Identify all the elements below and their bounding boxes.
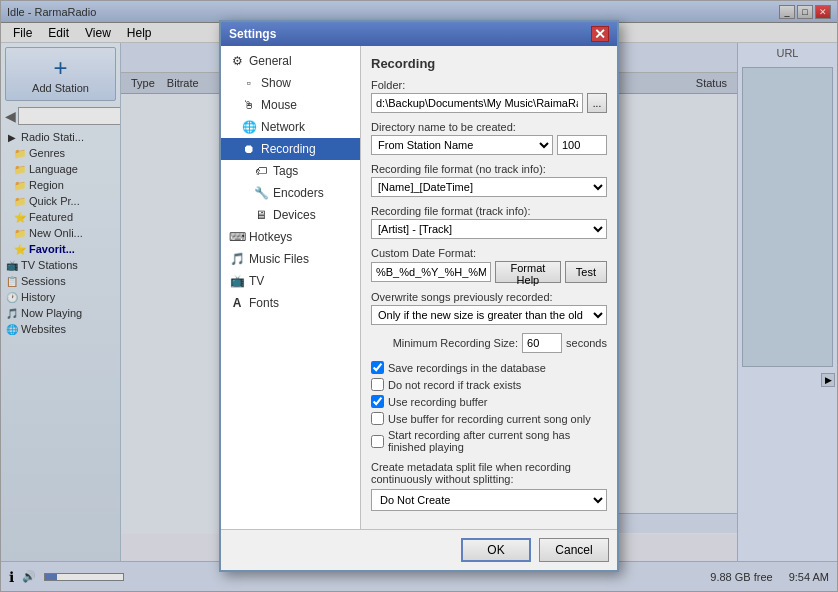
minsize-unit: seconds — [566, 337, 607, 349]
music-files-icon: 🎵 — [229, 251, 245, 267]
customdate-group: Custom Date Format: Format Help Test — [371, 247, 607, 283]
dirname-row: From Station Name From Artist Custom — [371, 135, 607, 155]
checkbox-buffer-current[interactable] — [371, 412, 384, 425]
dialog-title-text: Settings — [229, 27, 276, 41]
modal-overlay: Settings ✕ ⚙ General ▫ Show 🖱 — [1, 1, 837, 591]
recformat-notrack-group: Recording file format (no track info): [… — [371, 163, 607, 197]
show-icon: ▫ — [241, 75, 257, 91]
checkbox-label-3: Use buffer for recording current song on… — [388, 413, 591, 425]
nav-item-hotkeys[interactable]: ⌨ Hotkeys — [221, 226, 360, 248]
recformat-track-label: Recording file format (track info): — [371, 205, 607, 217]
minsize-label: Minimum Recording Size: — [393, 337, 518, 349]
recording-icon: ⏺ — [241, 141, 257, 157]
split-group: Create metadata split file when recordin… — [371, 461, 607, 511]
checkbox-label-4: Start recording after current song has f… — [388, 429, 607, 453]
customdate-label: Custom Date Format: — [371, 247, 607, 259]
nav-item-recording[interactable]: ⏺ Recording — [221, 138, 360, 160]
dialog-footer: OK Cancel — [221, 529, 617, 570]
minsize-row: Minimum Recording Size: seconds — [371, 333, 607, 353]
dialog-close-button[interactable]: ✕ — [591, 26, 609, 42]
recformat-notrack-select[interactable]: [Name]_[DateTime] — [371, 177, 607, 197]
section-title: Recording — [371, 56, 607, 71]
nav-item-devices[interactable]: 🖥 Devices — [221, 204, 360, 226]
dirname-label: Directory name to be created: — [371, 121, 607, 133]
recformat-track-select[interactable]: [Artist] - [Track] — [371, 219, 607, 239]
app-window: Idle - RarmaRadio _ □ ✕ File Edit View H… — [0, 0, 838, 592]
recformat-notrack-label: Recording file format (no track info): — [371, 163, 607, 175]
dialog-content: Recording Folder: ... Directory name to … — [361, 46, 617, 529]
tv-icon: 📺 — [229, 273, 245, 289]
recformat-notrack-row: [Name]_[DateTime] — [371, 177, 607, 197]
nav-label: Devices — [273, 208, 316, 222]
mouse-icon: 🖱 — [241, 97, 257, 113]
split-label: Create metadata split file when recordin… — [371, 461, 607, 485]
checkbox-row-2: Use recording buffer — [371, 395, 607, 408]
nav-label: General — [249, 54, 292, 68]
fonts-icon: A — [229, 295, 245, 311]
folder-row: ... — [371, 93, 607, 113]
checkbox-label-1: Do not record if track exists — [388, 379, 521, 391]
minsize-input[interactable] — [522, 333, 562, 353]
nav-label: Hotkeys — [249, 230, 292, 244]
dirname-number[interactable] — [557, 135, 607, 155]
customdate-row: Format Help Test — [371, 261, 607, 283]
recformat-track-group: Recording file format (track info): [Art… — [371, 205, 607, 239]
dirname-group: Directory name to be created: From Stati… — [371, 121, 607, 155]
nav-item-tv[interactable]: 📺 TV — [221, 270, 360, 292]
format-help-button[interactable]: Format Help — [495, 261, 561, 283]
nav-label: Network — [261, 120, 305, 134]
nav-item-music-files[interactable]: 🎵 Music Files — [221, 248, 360, 270]
nav-item-fonts[interactable]: A Fonts — [221, 292, 360, 314]
checkboxes-area: Save recordings in the database Do not r… — [371, 361, 607, 453]
folder-group: Folder: ... — [371, 79, 607, 113]
nav-item-show[interactable]: ▫ Show — [221, 72, 360, 94]
recformat-track-row: [Artist] - [Track] — [371, 219, 607, 239]
settings-dialog: Settings ✕ ⚙ General ▫ Show 🖱 — [219, 20, 619, 572]
customdate-input[interactable] — [371, 262, 491, 282]
dialog-body: ⚙ General ▫ Show 🖱 Mouse 🌐 Network — [221, 46, 617, 529]
nav-item-network[interactable]: 🌐 Network — [221, 116, 360, 138]
nav-item-tags[interactable]: 🏷 Tags — [221, 160, 360, 182]
nav-item-mouse[interactable]: 🖱 Mouse — [221, 94, 360, 116]
tags-icon: 🏷 — [253, 163, 269, 179]
nav-label: Show — [261, 76, 291, 90]
overwrite-select[interactable]: Only if the new size is greater than the… — [371, 305, 607, 325]
encoders-icon: 🔧 — [253, 185, 269, 201]
overwrite-group: Overwrite songs previously recorded: Onl… — [371, 291, 607, 325]
nav-label: Mouse — [261, 98, 297, 112]
devices-icon: 🖥 — [253, 207, 269, 223]
dialog-title-bar: Settings ✕ — [221, 22, 617, 46]
checkbox-row-3: Use buffer for recording current song on… — [371, 412, 607, 425]
split-select[interactable]: Do Not Create Create — [371, 489, 607, 511]
hotkeys-icon: ⌨ — [229, 229, 245, 245]
checkbox-row-4: Start recording after current song has f… — [371, 429, 607, 453]
cancel-button[interactable]: Cancel — [539, 538, 609, 562]
folder-input[interactable] — [371, 93, 583, 113]
nav-label: Encoders — [273, 186, 324, 200]
dialog-nav: ⚙ General ▫ Show 🖱 Mouse 🌐 Network — [221, 46, 361, 529]
nav-label: TV — [249, 274, 264, 288]
checkbox-row-1: Do not record if track exists — [371, 378, 607, 391]
overwrite-row: Only if the new size is greater than the… — [371, 305, 607, 325]
checkbox-use-buffer[interactable] — [371, 395, 384, 408]
general-icon: ⚙ — [229, 53, 245, 69]
checkbox-label-2: Use recording buffer — [388, 396, 487, 408]
checkbox-start-after[interactable] — [371, 435, 384, 448]
checkbox-row-0: Save recordings in the database — [371, 361, 607, 374]
folder-label: Folder: — [371, 79, 607, 91]
nav-item-encoders[interactable]: 🔧 Encoders — [221, 182, 360, 204]
checkbox-no-track[interactable] — [371, 378, 384, 391]
test-button[interactable]: Test — [565, 261, 607, 283]
checkbox-save-recordings[interactable] — [371, 361, 384, 374]
ok-button[interactable]: OK — [461, 538, 531, 562]
nav-label: Recording — [261, 142, 316, 156]
dirname-select[interactable]: From Station Name From Artist Custom — [371, 135, 553, 155]
nav-label: Fonts — [249, 296, 279, 310]
network-icon: 🌐 — [241, 119, 257, 135]
browse-button[interactable]: ... — [587, 93, 607, 113]
nav-item-general[interactable]: ⚙ General — [221, 50, 360, 72]
nav-label: Tags — [273, 164, 298, 178]
checkbox-label-0: Save recordings in the database — [388, 362, 546, 374]
nav-label: Music Files — [249, 252, 309, 266]
overwrite-label: Overwrite songs previously recorded: — [371, 291, 607, 303]
